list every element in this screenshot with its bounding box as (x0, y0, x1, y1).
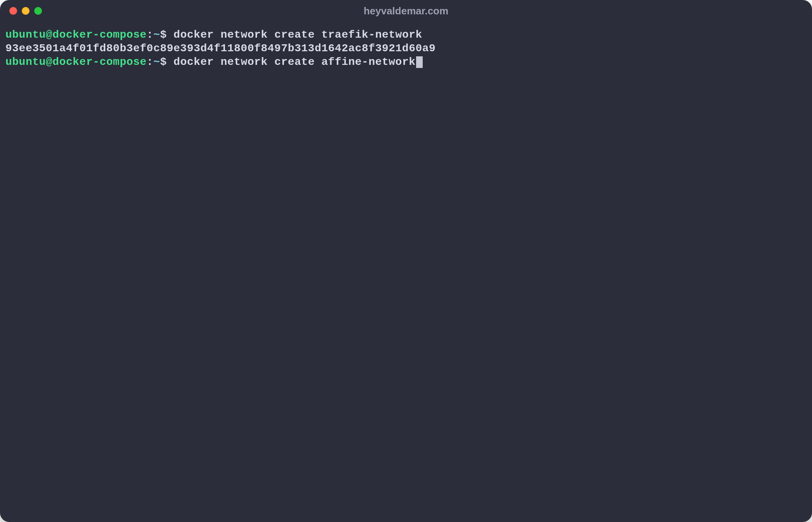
terminal-line: 93ee3501a4f01fd80b3ef0c89e393d4f11800f84… (5, 42, 807, 55)
prompt-user-host: ubuntu@docker-compose (5, 56, 146, 68)
prompt-path: ~ (153, 56, 160, 68)
close-icon[interactable] (9, 7, 17, 15)
minimize-icon[interactable] (22, 7, 30, 15)
terminal-line: ubuntu@docker-compose:~$ docker network … (5, 55, 807, 69)
traffic-lights (9, 7, 42, 15)
terminal-line: ubuntu@docker-compose:~$ docker network … (5, 28, 807, 42)
window-title: heyvaldemar.com (364, 5, 448, 17)
maximize-icon[interactable] (34, 7, 42, 15)
terminal-body[interactable]: ubuntu@docker-compose:~$ docker network … (0, 22, 812, 522)
terminal-window: heyvaldemar.com ubuntu@docker-compose:~$… (0, 0, 812, 522)
prompt-dollar: $ (160, 56, 167, 68)
title-bar: heyvaldemar.com (0, 0, 812, 22)
prompt-user-host: ubuntu@docker-compose (5, 29, 146, 41)
prompt-path: ~ (153, 29, 160, 41)
prompt-colon: : (146, 56, 153, 68)
cursor-icon (416, 56, 423, 68)
prompt-colon: : (146, 29, 153, 41)
command-text: docker network create affine-network (167, 56, 415, 68)
output-text: 93ee3501a4f01fd80b3ef0c89e393d4f11800f84… (5, 42, 436, 54)
command-text: docker network create traefik-network (167, 29, 422, 41)
prompt-dollar: $ (160, 29, 167, 41)
